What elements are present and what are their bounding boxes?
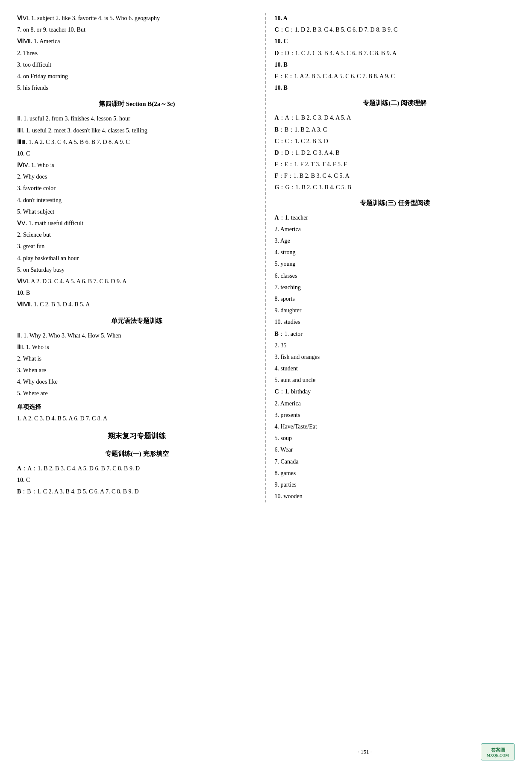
l3b: 10. C [17,148,257,159]
s3a-label: A：1. teacher [275,212,515,223]
l7: 4. don't interesting [17,195,257,205]
sc1: 1. A 2. C 3. D 4. B 5. A 6. D 7. C 8. A [17,413,257,424]
d1: D：D：1. C 2. C 3. B 4. A 5. C 6. B 7. C 8… [275,48,515,59]
s3a9: 9. daughter [275,305,515,316]
s3b5: 5. aunt and uncle [275,375,515,385]
l9: ⅤⅤ. 1. math useful difficult [17,218,257,229]
s2c: C：C：1. C 2. B 3. D [275,136,515,147]
vi-line2: 7. on 8. or 9. teacher 10. But [17,24,257,35]
s3c10: 10. wooden [275,491,515,502]
right-column: 10. A C：C：1. D 2. B 3. C 4. B 5. C 6. D … [266,13,515,502]
s3c3: 3. presents [275,410,515,420]
watermark-line1: 答案圈 [491,747,505,753]
s3c6: 6. Wear [275,444,515,455]
s3a10: 10. studies [275,317,515,327]
g1: ⅠⅠ. 1. Why 2. Who 3. What 4. How 5. When [17,330,257,341]
l13: 5. on Saturday busy [17,264,257,275]
g2: ⅡⅡ. 1. Who is [17,342,257,352]
e1: E：E：1. A 2. B 3. C 4. A 5. C 6. C 7. B 8… [275,71,515,82]
e1b: 10. B [275,82,515,93]
l15: ⅦⅦ. 1. C 2. B 3. D 4. B 5. A [17,299,257,310]
l6: 3. favorite color [17,183,257,194]
s3c8: 8. games [275,468,515,478]
vii-line2: 2. Three. [17,48,257,59]
g4: 3. When are [17,365,257,376]
c1b: 10. C [275,36,515,47]
sp1a2: 10. C [17,475,257,485]
s3a7: 7. teaching [275,282,515,293]
s2a: A：A：1. B 2. C 3. D 4. A 5. A [275,112,515,123]
s3a3: 3. Age [275,235,515,246]
l4: ⅣⅣ. 1. Who is [17,160,257,170]
g3: 2. What is [17,353,257,364]
l8: 5. What subject [17,206,257,217]
single-choice-label: 单项选择 [17,402,257,412]
content-wrapper: ⅥⅥ. 1. subject 2. like 3. favorite 4. is… [17,13,515,502]
s2d: D：D：1. D 2. C 3. A 4. B [275,147,515,158]
r1: 10. A [275,13,515,23]
d1b: 10. B [275,59,515,70]
watermark: 答案圈 MXQE.COM [481,743,515,760]
vii-line5: 5. his friends [17,82,257,93]
g6: 5. Where are [17,388,257,399]
s3a5: 5. young [275,258,515,269]
l11: 3. great fun [17,241,257,252]
special2-title: 专题训练(二) 阅读理解 [275,97,515,109]
l5: 2. Why does [17,171,257,182]
s3b4: 4. student [275,363,515,374]
s2b: B：B：1. B 2. A 3. C [275,124,515,135]
l2: ⅡⅡ. 1. useful 2. meet 3. doesn't like 4.… [17,125,257,136]
l1: ⅠⅠ. 1. useful 2. from 3. finishes 4. les… [17,113,257,124]
s3a8: 8. sports [275,294,515,304]
sp1a: A：A：1. B 2. B 3. C 4. A 5. D 6. B 7. C 8… [17,463,257,474]
s2g: G：G：1. B 2. C 3. B 4. C 5. B [275,182,515,193]
s3c4: 4. Have/Taste/Eat [275,421,515,432]
vii-line1: ⅦⅦ. 1. America [17,36,257,47]
page-number: · 151 · [249,748,481,755]
s3c2: 2. America [275,398,515,409]
watermark-line2: MXQE.COM [487,753,509,757]
special3-title: 专题训练(三) 任务型阅读 [275,197,515,209]
s2f: F：F：1. B 2. B 3. C 4. C 5. A [275,170,515,181]
vii-line4: 4. on Friday morning [17,71,257,82]
special1-title: 专题训练(一) 完形填空 [17,448,257,460]
vi-line1: ⅥⅥ. 1. subject 2. like 3. favorite 4. is… [17,13,257,23]
vii-line3: 3. too difficult [17,59,257,70]
s3c1: C：1. birthday [275,386,515,397]
l14: ⅥⅥ. A 2. D 3. C 4. A 5. A 6. B 7. C 8. D… [17,276,257,287]
s3a4: 4. strong [275,247,515,258]
c1: C：C：1. D 2. B 3. C 4. B 5. C 6. D 7. D 8… [275,24,515,35]
s2e: E：E：1. F 2. T 3. T 4. F 5. F [275,159,515,170]
left-column: ⅥⅥ. 1. subject 2. like 3. favorite 4. is… [17,13,266,502]
s3b1: B：1. actor [275,329,515,339]
s3c5: 5. soup [275,433,515,443]
s3a2: 2. America [275,224,515,235]
l10: 2. Science but [17,229,257,240]
page-footer: · 151 · 答案圈 MXQE.COM [17,743,515,760]
s3a6: 6. classes [275,270,515,281]
g5: 4. Why does like [17,376,257,387]
s3c7: 7. Canada [275,456,515,467]
grammar-title: 单元语法专题训练 [17,315,257,327]
sp1b: B：B：1. C 2. A 3. B 4. D 5. C 6. A 7. C 8… [17,486,257,497]
l12: 4. play basketball an hour [17,253,257,264]
page: ⅥⅥ. 1. subject 2. like 3. favorite 4. is… [0,0,532,769]
final-title: 期末复习专题训练 [17,430,257,443]
s3c9: 9. parties [275,479,515,490]
s3b3: 3. fish and oranges [275,352,515,362]
l3: ⅢⅢ. 1. A 2. C 3. C 4. A 5. B 6. B 7. D 8… [17,137,257,147]
l14b: 10. B [17,288,257,298]
s3b2: 2. 35 [275,340,515,351]
lesson4-title: 第四课时 Section B(2a～3c) [17,98,257,110]
